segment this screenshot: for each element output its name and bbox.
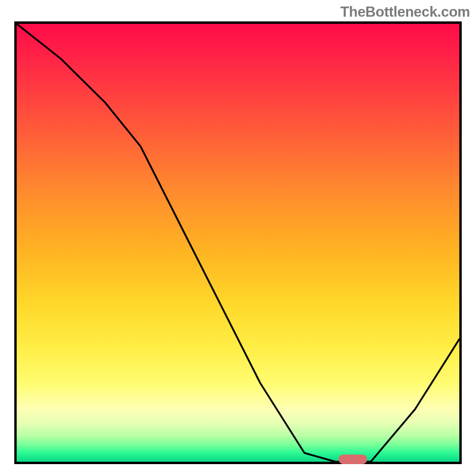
curve-svg xyxy=(17,24,459,462)
plot-frame xyxy=(14,21,462,464)
chart-container: TheBottleneck.com xyxy=(0,0,476,476)
bottleneck-curve-path xyxy=(17,24,459,462)
optimal-marker xyxy=(339,455,367,464)
plot-area xyxy=(17,24,459,462)
watermark-text: TheBottleneck.com xyxy=(340,4,470,20)
